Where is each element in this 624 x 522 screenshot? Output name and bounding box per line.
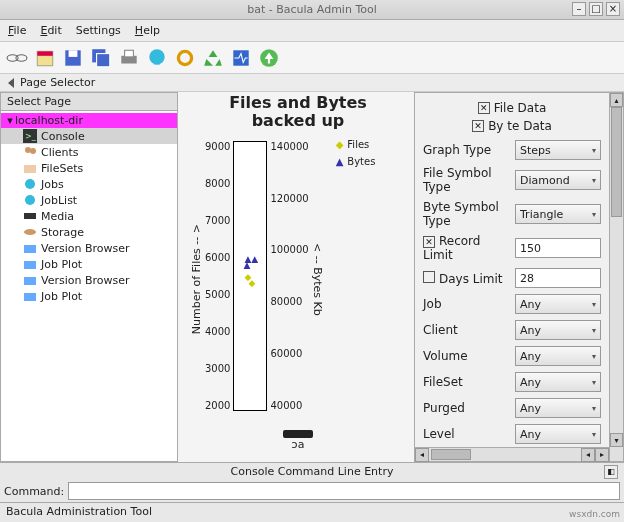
close-button[interactable]: × <box>606 2 620 16</box>
save-all-icon[interactable] <box>90 47 112 69</box>
record-limit-checkbox[interactable]: ✕ <box>423 236 435 248</box>
svg-rect-26 <box>24 293 36 301</box>
menu-edit[interactable]: Edit <box>40 24 61 37</box>
tree-item-console[interactable]: >_Console <box>1 128 177 144</box>
command-row: Command: <box>0 480 624 502</box>
calendar-icon[interactable] <box>34 47 56 69</box>
svg-rect-23 <box>24 245 36 253</box>
settings-icon[interactable] <box>174 47 196 69</box>
prop-label: Client <box>423 323 458 337</box>
menu-settings[interactable]: Settings <box>76 24 121 37</box>
bytes-marker-icon: ▲ <box>243 260 250 270</box>
tree-root[interactable]: ▾ localhost-dir <box>1 113 177 128</box>
folder-blue-icon <box>23 273 37 287</box>
right-axis-label: < -- Bytes Kb <box>309 133 326 426</box>
menubar: File Edit Settings Help <box>0 20 624 42</box>
plot-area: ▲▲ ▲ ◆ ◆ <box>233 141 267 411</box>
record-limit-input[interactable]: 150 <box>515 238 601 258</box>
expand-icon[interactable]: ▾ <box>5 114 15 127</box>
file-data-checkbox[interactable]: ✕ <box>478 102 490 114</box>
tree-item-joblist[interactable]: JobList <box>1 192 177 208</box>
tree-item-job-plot[interactable]: Job Plot <box>1 256 177 272</box>
graph-type-combo[interactable]: Steps▾ <box>515 140 601 160</box>
tree-item-jobs[interactable]: Jobs <box>1 176 177 192</box>
maximize-button[interactable]: □ <box>589 2 603 16</box>
page-tree: Select Page ▾ localhost-dir >_Console Cl… <box>0 92 178 462</box>
folder-blue-icon <box>23 241 37 255</box>
prop-label: Job <box>423 297 442 311</box>
client-combo[interactable]: Any▾ <box>515 320 601 340</box>
volume-combo[interactable]: Any▾ <box>515 346 601 366</box>
scroll-left-button[interactable]: ◂ <box>415 448 429 462</box>
people-icon <box>23 145 37 159</box>
days-limit-input[interactable]: 28 <box>515 268 601 288</box>
prop-label: FileSet <box>423 375 463 389</box>
menu-file[interactable]: File <box>8 24 26 37</box>
left-axis-label: Number of Files -- > <box>188 133 205 426</box>
svg-point-17 <box>30 148 36 154</box>
byte-data-checkbox[interactable]: ✕ <box>472 120 484 132</box>
connect-icon[interactable] <box>6 47 28 69</box>
scroll-right-button[interactable]: ▸ <box>595 448 609 462</box>
tape-icon <box>23 209 37 223</box>
svg-rect-9 <box>125 50 134 57</box>
page-selector-bar: Page Selector <box>0 74 624 92</box>
tree-item-version-browser-2[interactable]: Version Browser <box>1 272 177 288</box>
tree-item-filesets[interactable]: FileSets <box>1 160 177 176</box>
recycle-icon[interactable] <box>202 47 224 69</box>
files-marker-icon: ◆ <box>248 278 255 288</box>
disk-icon <box>23 225 37 239</box>
monitor-icon[interactable] <box>230 47 252 69</box>
window-title: bat - Bacula Admin Tool <box>247 3 377 16</box>
svg-point-22 <box>24 229 36 235</box>
command-input[interactable] <box>68 482 620 500</box>
status-bar: Bacula Administration Tool wsxdn.com <box>0 502 624 520</box>
gear-icon <box>23 193 37 207</box>
svg-rect-24 <box>24 261 36 269</box>
tree-item-media[interactable]: Media <box>1 208 177 224</box>
scroll-thumb[interactable] <box>611 107 622 217</box>
folder-blue-icon <box>23 289 37 303</box>
fileset-combo[interactable]: Any▾ <box>515 372 601 392</box>
tree-item-job-plot-2[interactable]: Job Plot <box>1 288 177 304</box>
scroll-down-button[interactable]: ▾ <box>610 433 623 447</box>
chat-icon[interactable] <box>146 47 168 69</box>
prop-label: Purged <box>423 401 465 415</box>
horizontal-scrollbar[interactable]: ◂ ◂ ▸ <box>415 447 609 461</box>
toolbar <box>0 42 624 74</box>
svg-rect-5 <box>69 50 78 57</box>
svg-point-20 <box>25 195 35 205</box>
days-limit-checkbox[interactable] <box>423 271 435 283</box>
job-combo[interactable]: Any▾ <box>515 294 601 314</box>
left-axis-ticks: 90008000700060005000400030002000 <box>205 141 233 411</box>
byte-symbol-type-combo[interactable]: Triangle▾ <box>515 204 601 224</box>
minimize-button[interactable]: – <box>572 2 586 16</box>
up-arrow-icon[interactable] <box>258 47 280 69</box>
prop-label: Volume <box>423 349 468 363</box>
gear-icon <box>23 177 37 191</box>
scroll-left2-button[interactable]: ◂ <box>581 448 595 462</box>
folder-icon <box>23 161 37 175</box>
diamond-icon: ◆ <box>336 139 344 150</box>
print-icon[interactable] <box>118 47 140 69</box>
collapse-icon[interactable] <box>8 78 14 88</box>
command-label: Command: <box>4 485 64 498</box>
file-symbol-type-combo[interactable]: Diamond▾ <box>515 170 601 190</box>
scroll-up-button[interactable]: ▴ <box>610 93 623 107</box>
level-combo[interactable]: Any▾ <box>515 424 601 444</box>
tree-item-storage[interactable]: Storage <box>1 224 177 240</box>
tree-item-version-browser[interactable]: Version Browser <box>1 240 177 256</box>
console-entry-bar: Console Command Line Entry ◧ <box>0 462 624 480</box>
purged-combo[interactable]: Any▾ <box>515 398 601 418</box>
detach-button[interactable]: ◧ <box>604 465 618 479</box>
x-axis-area: ɔa <box>188 430 408 460</box>
tree-item-clients[interactable]: Clients <box>1 144 177 160</box>
save-icon[interactable] <box>62 47 84 69</box>
chart-title: Files and Bytes backed up <box>188 94 408 131</box>
vertical-scrollbar[interactable]: ▴ ▾ <box>609 93 623 461</box>
page-selector-label: Page Selector <box>20 76 95 89</box>
menu-help[interactable]: Help <box>135 24 160 37</box>
prop-label: Level <box>423 427 455 441</box>
scroll-thumb-h[interactable] <box>431 449 471 460</box>
svg-rect-7 <box>97 53 110 66</box>
